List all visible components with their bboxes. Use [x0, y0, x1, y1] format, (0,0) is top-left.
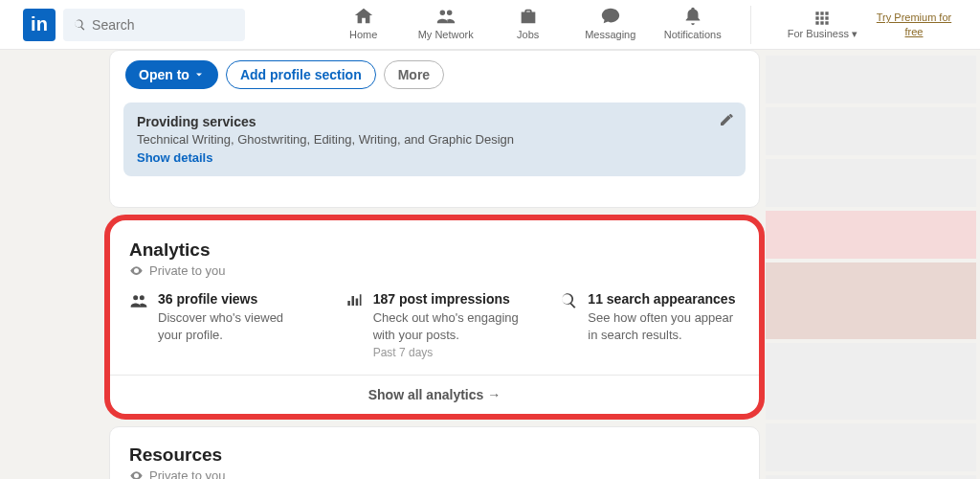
search-icon — [559, 291, 578, 310]
briefcase-icon — [518, 6, 539, 27]
nav-messaging[interactable]: Messaging — [582, 6, 639, 44]
pencil-icon — [719, 112, 734, 127]
people-icon — [435, 6, 457, 27]
profile-action-row: Open to Add profile section More — [125, 60, 759, 89]
people-icon — [129, 291, 148, 310]
arrow-right-icon: → — [487, 387, 501, 402]
nav-label: Home — [349, 29, 377, 40]
premium-link[interactable]: Try Premium for free — [871, 11, 957, 38]
nav-jobs[interactable]: Jobs — [500, 6, 557, 44]
nav-label: My Network — [418, 29, 474, 40]
services-text: Technical Writing, Ghostwriting, Editing… — [137, 132, 732, 147]
services-show-details[interactable]: Show details — [137, 150, 732, 165]
stat-title: 187 post impressions — [373, 291, 525, 307]
stat-title: 11 search appearances — [588, 291, 740, 307]
open-to-button[interactable]: Open to — [125, 60, 218, 89]
home-icon — [353, 6, 374, 27]
show-all-analytics[interactable]: Show all analytics→ — [110, 375, 759, 414]
edit-services-button[interactable] — [719, 112, 734, 131]
stat-profile-views[interactable]: 36 profile views Discover who's viewed y… — [129, 291, 310, 359]
stat-meta: Past 7 days — [373, 346, 525, 359]
search-box[interactable] — [63, 9, 245, 41]
stat-search-appearances[interactable]: 11 search appearances See how often you … — [559, 291, 740, 359]
business-section: For Business ▾ Try Premium for free — [788, 6, 957, 44]
providing-services-card[interactable]: Providing services Technical Writing, Gh… — [123, 103, 746, 176]
eye-icon — [129, 468, 144, 479]
search-input[interactable] — [92, 17, 235, 33]
nav-items: Home My Network Jobs Messaging Notificat… — [335, 6, 957, 44]
private-to-you-label: Private to you — [129, 263, 740, 278]
analytics-card: Analytics Private to you 36 profile view… — [109, 219, 760, 415]
nav-notifications[interactable]: Notifications — [664, 6, 722, 44]
stat-title: 36 profile views — [158, 291, 310, 307]
stat-sub: Discover who's viewed your profile. — [158, 309, 310, 343]
right-sidebar-redacted — [766, 50, 976, 479]
linkedin-logo[interactable]: in — [23, 9, 56, 41]
nav-label: Notifications — [664, 29, 722, 40]
business-label: For Business ▾ — [788, 28, 858, 40]
nav-home[interactable]: Home — [335, 6, 392, 44]
private-to-you-label: Private to you — [129, 468, 740, 479]
analytics-stats: 36 profile views Discover who's viewed y… — [129, 291, 740, 359]
analytics-heading: Analytics — [129, 240, 740, 261]
resources-card: Resources Private to you Creator mode On… — [109, 426, 760, 479]
stat-post-impressions[interactable]: 187 post impressions Check out who's eng… — [345, 291, 525, 359]
nav-label: Jobs — [517, 29, 539, 40]
services-title: Providing services — [137, 114, 732, 129]
stat-sub: See how often you appear in search resul… — [588, 309, 740, 343]
chevron-down-icon — [193, 69, 205, 80]
search-icon — [73, 17, 86, 33]
message-icon — [600, 6, 621, 27]
nav-divider — [750, 6, 751, 44]
add-profile-section-button[interactable]: Add profile section — [226, 60, 376, 89]
for-business-menu[interactable]: For Business ▾ — [788, 9, 858, 40]
more-button[interactable]: More — [384, 60, 444, 89]
top-navigation: in Home My Network Jobs Messaging Notifi… — [0, 0, 980, 50]
bell-icon — [682, 6, 703, 27]
bar-chart-icon — [345, 291, 364, 310]
nav-label: Messaging — [585, 29, 635, 40]
nav-network[interactable]: My Network — [417, 6, 475, 44]
eye-icon — [129, 263, 144, 278]
resources-heading: Resources — [129, 445, 740, 466]
stat-sub: Check out who's engaging with your posts… — [373, 309, 525, 343]
grid-icon — [813, 9, 832, 28]
